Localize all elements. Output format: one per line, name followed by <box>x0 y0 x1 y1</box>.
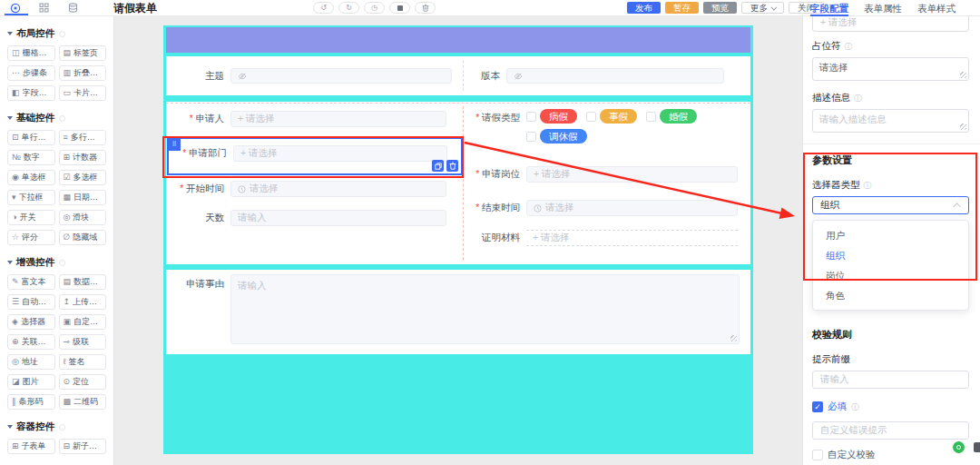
palette-item[interactable]: ◉ 单选框 <box>7 170 55 185</box>
leave-type-tag[interactable]: 事假 <box>600 109 637 124</box>
reason-textarea[interactable]: 请输入 <box>230 274 740 344</box>
palette-item[interactable]: ▤ 数据字典 <box>59 274 107 290</box>
palette-item[interactable]: № 数字 <box>7 150 55 165</box>
palette-item[interactable]: ▥ 折叠面板 <box>59 65 107 81</box>
field-subject[interactable]: 主题 <box>166 68 452 84</box>
palette-item[interactable]: ⊞ 子表单 <box>7 439 55 454</box>
department-input[interactable]: + 请选择 <box>233 145 447 162</box>
palette-item[interactable]: ▣ 自定义对... <box>59 314 107 330</box>
days-input[interactable]: 请输入 <box>230 210 446 226</box>
field-proof[interactable]: 证明材料 + 请选择 <box>466 230 738 246</box>
palette-item[interactable]: ◑ 开关 <box>7 210 55 225</box>
leave-type-tag[interactable]: 病假 <box>540 109 577 124</box>
leave-type-tag[interactable]: 调休假 <box>540 129 587 143</box>
history-clock-icon[interactable]: ◷ <box>364 2 385 14</box>
palette-item[interactable]: ⊞ 计数器 <box>59 150 107 165</box>
required-checkbox[interactable]: ✓ <box>812 401 823 412</box>
draft-button[interactable]: 暂存 <box>665 2 699 14</box>
palette-item[interactable]: ∅ 隐藏域 <box>59 230 107 245</box>
field-department-selected[interactable]: ⠿ 申请部门 + 请选择 <box>167 137 463 175</box>
version-input[interactable] <box>506 68 724 84</box>
proof-upload[interactable]: + 请选择 <box>526 230 738 246</box>
support-float-icon[interactable] <box>953 441 965 453</box>
palette-item[interactable]: ☰ 自动编号 <box>7 294 55 310</box>
palette-item[interactable]: ▭ 卡片布局 <box>59 85 107 101</box>
field-days[interactable]: 天数 请输入 <box>166 210 446 226</box>
dropdown-option[interactable]: 组织 <box>813 245 968 265</box>
palette-item[interactable]: ⊙ 定位 <box>59 374 107 390</box>
dropdown-option[interactable]: 用户 <box>813 225 968 245</box>
leave-type-tag[interactable]: 婚假 <box>660 109 697 124</box>
palette-item[interactable]: ◎ 地址 <box>7 354 55 370</box>
subject-input[interactable] <box>230 68 452 84</box>
palette-item[interactable]: ☑ 多选框 <box>59 170 107 185</box>
grid-apps-icon[interactable] <box>38 2 50 14</box>
sidebar-section-basic[interactable]: 基础控件 <box>7 112 106 124</box>
resize-handle-icon[interactable] <box>960 72 966 78</box>
palette-item[interactable]: ↥ 上传附件 <box>59 294 107 310</box>
palette-item[interactable]: ◈ 选择器 <box>7 314 55 330</box>
palette-item[interactable]: ◎ 滑块 <box>59 210 107 225</box>
prefix-input[interactable]: 请输入 <box>812 371 969 389</box>
palette-item[interactable]: ∥ 条形码 <box>7 394 55 410</box>
tab-form-props[interactable]: 表单属性 <box>864 0 902 16</box>
custom-validation-checkbox[interactable] <box>812 450 823 460</box>
palette-item[interactable]: ▤ 标签页 <box>59 45 107 61</box>
palette-item[interactable]: ▦ 日期控件 <box>59 190 107 205</box>
sidebar-section-layout[interactable]: 布局控件 <box>7 27 106 40</box>
description-textarea[interactable]: 请输入描述信息 <box>812 109 969 133</box>
resize-handle-icon[interactable] <box>730 335 737 341</box>
palette-item[interactable]: ⊕ 关联数据 <box>7 334 55 350</box>
custom-error-input[interactable]: 自定义错误提示 <box>812 421 969 440</box>
start-time-input[interactable]: 请选择 <box>230 181 446 197</box>
tab-field-config[interactable]: 字段配置 <box>810 0 848 16</box>
sidebar-section-container[interactable]: 容器控件 <box>7 420 106 433</box>
palette-item[interactable]: ◪ 图片 <box>7 374 55 390</box>
field-version[interactable]: 版本 <box>466 68 724 84</box>
dropdown-option[interactable]: 角色 <box>813 285 968 305</box>
selector-type-select[interactable]: 组织 <box>812 196 969 214</box>
placeholder-textarea[interactable]: 请选择 <box>812 57 969 81</box>
palette-item[interactable]: ◧ 字段分组 <box>7 85 55 101</box>
copy-field-icon[interactable] <box>432 160 444 172</box>
tab-form-style[interactable]: 表单样式 <box>917 0 956 16</box>
end-time-input[interactable]: 请选择 <box>526 200 738 216</box>
field-applicant[interactable]: 申请人 + 请选择 <box>166 111 446 127</box>
applicant-input[interactable]: + 请选择 <box>230 111 446 127</box>
field-position[interactable]: 申请岗位 + 请选择 <box>466 166 738 183</box>
resize-handle-icon[interactable] <box>960 124 966 130</box>
field-start-time[interactable]: 开始时间 请选择 <box>166 181 446 197</box>
palette-item[interactable]: ✎ 富文本 <box>7 274 55 290</box>
dropdown-option[interactable]: 岗位 <box>813 265 968 285</box>
palette-item[interactable]: ⊟ 新子表单 <box>59 439 107 454</box>
database-icon[interactable] <box>67 2 79 14</box>
form-header-banner[interactable] <box>166 27 750 53</box>
tag-checkbox[interactable] <box>646 112 656 122</box>
field-leave-type[interactable]: 请假类型 病假 事假 婚假 调休假 <box>466 109 740 143</box>
palette-item[interactable]: ≡ 多行文本 <box>59 130 107 145</box>
tag-checkbox[interactable] <box>526 112 536 122</box>
edge-float-handle[interactable] <box>974 442 980 452</box>
form-designer-icon[interactable] <box>9 2 21 14</box>
field-end-time[interactable]: 结束时间 请选择 <box>466 200 738 216</box>
preview-button[interactable]: 预览 <box>703 2 737 14</box>
palette-item[interactable]: ▾ 下拉框 <box>7 190 55 205</box>
sidebar-section-enhanced[interactable]: 增强控件 <box>7 256 106 269</box>
tag-checkbox[interactable] <box>586 112 596 122</box>
palette-item[interactable]: ☆ 评分 <box>7 230 55 245</box>
default-value-select[interactable]: + 请选择 <box>812 16 969 32</box>
publish-button[interactable]: 发布 <box>627 2 661 14</box>
tag-checkbox[interactable] <box>526 132 536 142</box>
save-icon[interactable] <box>389 2 410 14</box>
palette-item[interactable]: ℓ 签名 <box>59 354 107 370</box>
palette-item[interactable]: ◫ 栅格布局 <box>7 45 55 61</box>
undo-icon[interactable]: ↺ <box>313 2 334 14</box>
delete-field-icon[interactable] <box>446 160 458 172</box>
clear-trash-icon[interactable] <box>415 2 436 14</box>
redo-icon[interactable]: ↻ <box>338 2 359 14</box>
more-button[interactable]: 更多 <box>741 2 784 14</box>
palette-item[interactable]: ⊡ 单行文本 <box>7 130 55 145</box>
position-input[interactable]: + 请选择 <box>526 166 738 183</box>
palette-item[interactable]: ⋯ 步骤条 <box>7 65 55 81</box>
palette-item[interactable]: ⊸ 级联 <box>59 334 107 350</box>
